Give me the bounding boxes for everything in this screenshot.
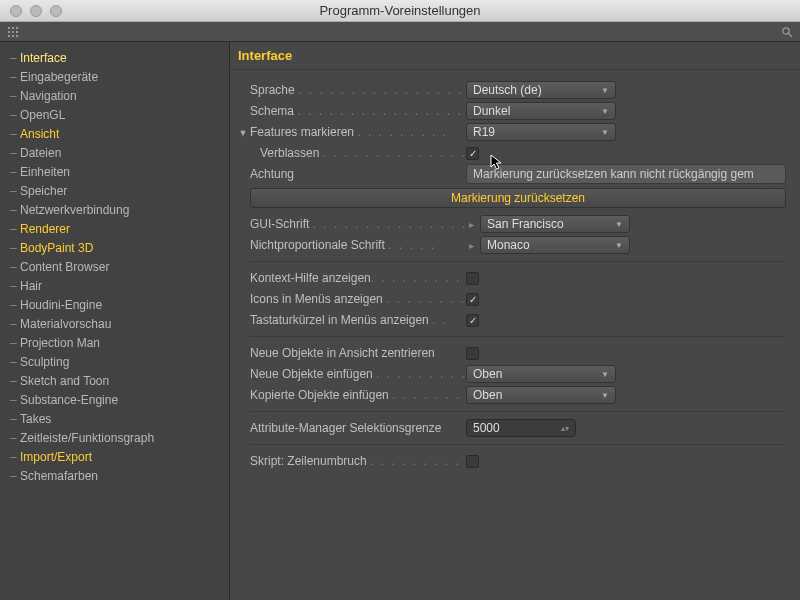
numfield-am-limit[interactable]: 5000▴▾ (466, 419, 576, 437)
dash-icon: – (10, 222, 20, 236)
chevron-down-icon: ▼ (601, 391, 609, 400)
dash-icon: – (10, 51, 20, 65)
sidebar-item-substance-engine[interactable]: –Substance-Engine (0, 390, 229, 409)
label-insert-copy: Kopierte Objekte einfügen (250, 388, 389, 402)
sidebar-item-navigation[interactable]: –Navigation (0, 86, 229, 105)
minimize-window-button[interactable] (30, 5, 42, 17)
row-script-wrap: Skript: Zeilenumbruch . . . . . . . . . … (236, 451, 786, 471)
dash-icon: – (10, 374, 20, 388)
sidebar-item-label: Interface (20, 51, 67, 65)
sidebar-item-bodypaint-3d[interactable]: –BodyPaint 3D (0, 238, 229, 257)
label-insert-new: Neue Objekte einfügen (250, 367, 373, 381)
chevron-down-icon: ▼ (615, 220, 623, 229)
chevron-down-icon: ▼ (601, 128, 609, 137)
dropdown-language[interactable]: Deutsch (de)▼ (466, 81, 616, 99)
panel-body: Sprache . . . . . . . . . . . . . . . . … (230, 70, 800, 482)
titlebar: Programm-Voreinstellungen (0, 0, 800, 22)
dash-icon: – (10, 146, 20, 160)
sidebar-item-label: Eingabegeräte (20, 70, 98, 84)
sidebar-item-dateien[interactable]: –Dateien (0, 143, 229, 162)
svg-rect-6 (8, 35, 10, 37)
dropdown-scheme[interactable]: Dunkel▼ (466, 102, 616, 120)
zoom-window-button[interactable] (50, 5, 62, 17)
close-window-button[interactable] (10, 5, 22, 17)
sidebar-item-label: OpenGL (20, 108, 65, 122)
checkbox-center-new[interactable] (466, 347, 479, 360)
sidebar-item-label: Projection Man (20, 336, 100, 350)
svg-rect-1 (12, 27, 14, 29)
label-warning: Achtung (250, 167, 294, 181)
sidebar-item-schemafarben[interactable]: –Schemafarben (0, 466, 229, 485)
chevron-down-icon: ▼ (601, 86, 609, 95)
sidebar-item-opengl[interactable]: –OpenGL (0, 105, 229, 124)
sidebar-item-takes[interactable]: –Takes (0, 409, 229, 428)
sidebar-item-houdini-engine[interactable]: –Houdini-Engine (0, 295, 229, 314)
dropdown-insert-new[interactable]: Oben▼ (466, 365, 616, 383)
spin-icon: ▴▾ (561, 424, 569, 433)
dropdown-gui-font[interactable]: San Francisco▼ (480, 215, 630, 233)
checkbox-fade[interactable] (466, 147, 479, 160)
dash-icon: – (10, 89, 20, 103)
sidebar-item-zeitleiste-funktionsgraph[interactable]: –Zeitleiste/Funktionsgraph (0, 428, 229, 447)
svg-rect-3 (8, 31, 10, 33)
sidebar-item-interface[interactable]: –Interface (0, 48, 229, 67)
sidebar-item-label: Content Browser (20, 260, 109, 274)
svg-rect-0 (8, 27, 10, 29)
row-center-new: Neue Objekte in Ansicht zentrieren (236, 343, 786, 363)
sidebar-item-hair[interactable]: –Hair (0, 276, 229, 295)
sidebar-item-label: Dateien (20, 146, 61, 160)
separator (250, 261, 786, 262)
sidebar-item-label: Sculpting (20, 355, 69, 369)
sidebar-item-sculpting[interactable]: –Sculpting (0, 352, 229, 371)
svg-line-10 (789, 33, 793, 37)
checkbox-shortcuts-menus[interactable] (466, 314, 479, 327)
dropdown-insert-copy[interactable]: Oben▼ (466, 386, 616, 404)
sidebar-item-speicher[interactable]: –Speicher (0, 181, 229, 200)
checkbox-script-wrap[interactable] (466, 455, 479, 468)
sidebar-item-label: Takes (20, 412, 51, 426)
sidebar-item-ansicht[interactable]: –Ansicht (0, 124, 229, 143)
checkbox-context-help[interactable] (466, 272, 479, 285)
sidebar-item-eingabeger-te[interactable]: –Eingabegeräte (0, 67, 229, 86)
grid-icon[interactable] (6, 25, 20, 39)
search-icon[interactable] (780, 25, 794, 39)
dash-icon: – (10, 431, 20, 445)
dropdown-mono-font[interactable]: Monaco▼ (480, 236, 630, 254)
expander-features[interactable]: ▼ (236, 128, 250, 138)
dash-icon: – (10, 317, 20, 331)
sidebar-item-label: Ansicht (20, 127, 59, 141)
sidebar-item-sketch-and-toon[interactable]: –Sketch and Toon (0, 371, 229, 390)
sidebar-item-import-export[interactable]: –Import/Export (0, 447, 229, 466)
row-icons-menus: Icons in Menüs anzeigen . . . . . . . . … (236, 289, 786, 309)
label-center-new: Neue Objekte in Ansicht zentrieren (250, 346, 435, 360)
sidebar-item-renderer[interactable]: –Renderer (0, 219, 229, 238)
sidebar-item-label: BodyPaint 3D (20, 241, 93, 255)
dash-icon: – (10, 450, 20, 464)
reset-highlight-button[interactable]: Markierung zurücksetzen (250, 188, 786, 208)
sidebar-item-content-browser[interactable]: –Content Browser (0, 257, 229, 276)
label-fade: Verblassen (260, 146, 319, 160)
label-scheme: Schema (250, 104, 294, 118)
dash-icon: – (10, 298, 20, 312)
link-arrow-icon: ▸ (466, 240, 476, 251)
sidebar-item-einheiten[interactable]: –Einheiten (0, 162, 229, 181)
checkbox-icons-menus[interactable] (466, 293, 479, 306)
sidebar-item-label: Schemafarben (20, 469, 98, 483)
sidebar-item-label: Hair (20, 279, 42, 293)
sidebar-item-materialvorschau[interactable]: –Materialvorschau (0, 314, 229, 333)
svg-rect-2 (16, 27, 18, 29)
dash-icon: – (10, 355, 20, 369)
label-script-wrap: Skript: Zeilenumbruch (250, 454, 367, 468)
row-scheme: Schema . . . . . . . . . . . . . . . . .… (236, 101, 786, 121)
label-shortcuts-menus: Tastaturkürzel in Menüs anzeigen (250, 313, 429, 327)
dash-icon: – (10, 127, 20, 141)
chevron-down-icon: ▼ (601, 107, 609, 116)
svg-point-9 (783, 27, 789, 33)
svg-rect-4 (12, 31, 14, 33)
link-arrow-icon: ▸ (466, 219, 476, 230)
sidebar-item-projection-man[interactable]: –Projection Man (0, 333, 229, 352)
sidebar-item-netzwerkverbindung[interactable]: –Netzwerkverbindung (0, 200, 229, 219)
row-language: Sprache . . . . . . . . . . . . . . . . … (236, 80, 786, 100)
row-mono-font: Nichtproportionale Schrift . . . . . ▸Mo… (236, 235, 786, 255)
dropdown-features[interactable]: R19▼ (466, 123, 616, 141)
